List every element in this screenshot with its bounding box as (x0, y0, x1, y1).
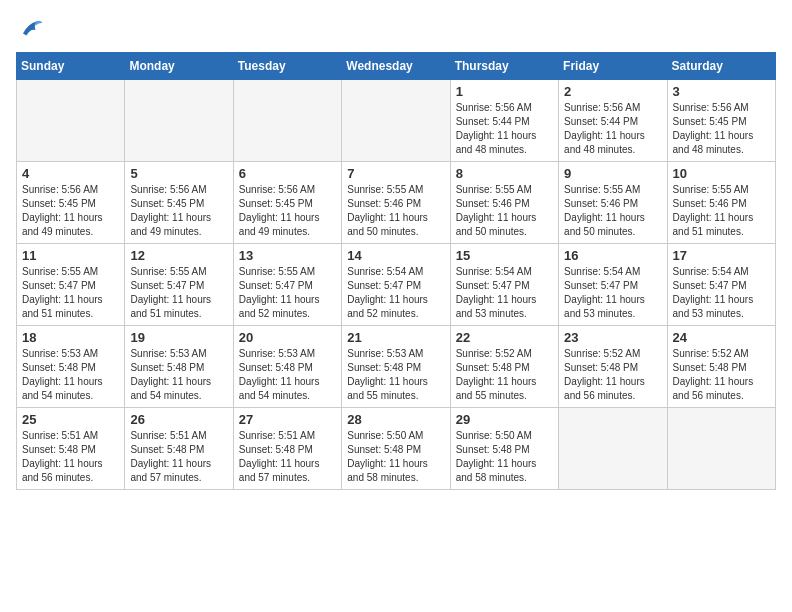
day-number: 16 (564, 248, 661, 263)
calendar-week-row: 4Sunrise: 5:56 AMSunset: 5:45 PMDaylight… (17, 162, 776, 244)
cell-info: Sunrise: 5:52 AMSunset: 5:48 PMDaylight:… (564, 347, 661, 403)
calendar-cell: 29Sunrise: 5:50 AMSunset: 5:48 PMDayligh… (450, 408, 558, 490)
day-of-week-header: Friday (559, 53, 667, 80)
calendar-cell: 23Sunrise: 5:52 AMSunset: 5:48 PMDayligh… (559, 326, 667, 408)
day-number: 28 (347, 412, 444, 427)
calendar-week-row: 25Sunrise: 5:51 AMSunset: 5:48 PMDayligh… (17, 408, 776, 490)
calendar-cell: 19Sunrise: 5:53 AMSunset: 5:48 PMDayligh… (125, 326, 233, 408)
cell-info: Sunrise: 5:54 AMSunset: 5:47 PMDaylight:… (347, 265, 444, 321)
cell-info: Sunrise: 5:56 AMSunset: 5:45 PMDaylight:… (673, 101, 770, 157)
calendar-cell: 10Sunrise: 5:55 AMSunset: 5:46 PMDayligh… (667, 162, 775, 244)
calendar-table: SundayMondayTuesdayWednesdayThursdayFrid… (16, 52, 776, 490)
day-number: 9 (564, 166, 661, 181)
day-number: 19 (130, 330, 227, 345)
calendar-cell: 17Sunrise: 5:54 AMSunset: 5:47 PMDayligh… (667, 244, 775, 326)
calendar-cell: 3Sunrise: 5:56 AMSunset: 5:45 PMDaylight… (667, 80, 775, 162)
calendar-cell: 15Sunrise: 5:54 AMSunset: 5:47 PMDayligh… (450, 244, 558, 326)
day-number: 17 (673, 248, 770, 263)
cell-info: Sunrise: 5:55 AMSunset: 5:46 PMDaylight:… (673, 183, 770, 239)
cell-info: Sunrise: 5:51 AMSunset: 5:48 PMDaylight:… (130, 429, 227, 485)
calendar-cell: 1Sunrise: 5:56 AMSunset: 5:44 PMDaylight… (450, 80, 558, 162)
day-number: 5 (130, 166, 227, 181)
calendar-cell: 27Sunrise: 5:51 AMSunset: 5:48 PMDayligh… (233, 408, 341, 490)
calendar-cell (233, 80, 341, 162)
calendar-cell: 4Sunrise: 5:56 AMSunset: 5:45 PMDaylight… (17, 162, 125, 244)
cell-info: Sunrise: 5:55 AMSunset: 5:47 PMDaylight:… (239, 265, 336, 321)
day-of-week-header: Sunday (17, 53, 125, 80)
day-number: 20 (239, 330, 336, 345)
logo (16, 16, 48, 44)
cell-info: Sunrise: 5:51 AMSunset: 5:48 PMDaylight:… (22, 429, 119, 485)
cell-info: Sunrise: 5:56 AMSunset: 5:44 PMDaylight:… (564, 101, 661, 157)
day-of-week-header: Wednesday (342, 53, 450, 80)
calendar-cell: 20Sunrise: 5:53 AMSunset: 5:48 PMDayligh… (233, 326, 341, 408)
day-number: 29 (456, 412, 553, 427)
calendar-cell (17, 80, 125, 162)
calendar-cell: 8Sunrise: 5:55 AMSunset: 5:46 PMDaylight… (450, 162, 558, 244)
cell-info: Sunrise: 5:50 AMSunset: 5:48 PMDaylight:… (456, 429, 553, 485)
calendar-cell: 7Sunrise: 5:55 AMSunset: 5:46 PMDaylight… (342, 162, 450, 244)
day-number: 23 (564, 330, 661, 345)
logo-bird-icon (16, 16, 44, 44)
day-number: 18 (22, 330, 119, 345)
day-number: 8 (456, 166, 553, 181)
cell-info: Sunrise: 5:55 AMSunset: 5:47 PMDaylight:… (130, 265, 227, 321)
calendar-cell: 28Sunrise: 5:50 AMSunset: 5:48 PMDayligh… (342, 408, 450, 490)
day-number: 2 (564, 84, 661, 99)
day-number: 10 (673, 166, 770, 181)
calendar-week-row: 1Sunrise: 5:56 AMSunset: 5:44 PMDaylight… (17, 80, 776, 162)
day-number: 24 (673, 330, 770, 345)
calendar-cell (667, 408, 775, 490)
day-of-week-header: Saturday (667, 53, 775, 80)
cell-info: Sunrise: 5:55 AMSunset: 5:46 PMDaylight:… (347, 183, 444, 239)
day-number: 14 (347, 248, 444, 263)
cell-info: Sunrise: 5:54 AMSunset: 5:47 PMDaylight:… (456, 265, 553, 321)
page-header (16, 16, 776, 44)
calendar-cell: 11Sunrise: 5:55 AMSunset: 5:47 PMDayligh… (17, 244, 125, 326)
day-number: 13 (239, 248, 336, 263)
day-number: 6 (239, 166, 336, 181)
calendar-cell: 9Sunrise: 5:55 AMSunset: 5:46 PMDaylight… (559, 162, 667, 244)
day-of-week-header: Thursday (450, 53, 558, 80)
cell-info: Sunrise: 5:55 AMSunset: 5:47 PMDaylight:… (22, 265, 119, 321)
day-number: 25 (22, 412, 119, 427)
cell-info: Sunrise: 5:56 AMSunset: 5:45 PMDaylight:… (239, 183, 336, 239)
calendar-cell (559, 408, 667, 490)
cell-info: Sunrise: 5:55 AMSunset: 5:46 PMDaylight:… (456, 183, 553, 239)
day-number: 27 (239, 412, 336, 427)
day-number: 22 (456, 330, 553, 345)
cell-info: Sunrise: 5:54 AMSunset: 5:47 PMDaylight:… (673, 265, 770, 321)
cell-info: Sunrise: 5:53 AMSunset: 5:48 PMDaylight:… (130, 347, 227, 403)
cell-info: Sunrise: 5:52 AMSunset: 5:48 PMDaylight:… (673, 347, 770, 403)
calendar-cell: 21Sunrise: 5:53 AMSunset: 5:48 PMDayligh… (342, 326, 450, 408)
calendar-cell: 6Sunrise: 5:56 AMSunset: 5:45 PMDaylight… (233, 162, 341, 244)
calendar-week-row: 18Sunrise: 5:53 AMSunset: 5:48 PMDayligh… (17, 326, 776, 408)
calendar-header-row: SundayMondayTuesdayWednesdayThursdayFrid… (17, 53, 776, 80)
calendar-cell (125, 80, 233, 162)
day-number: 1 (456, 84, 553, 99)
cell-info: Sunrise: 5:52 AMSunset: 5:48 PMDaylight:… (456, 347, 553, 403)
cell-info: Sunrise: 5:56 AMSunset: 5:45 PMDaylight:… (130, 183, 227, 239)
cell-info: Sunrise: 5:50 AMSunset: 5:48 PMDaylight:… (347, 429, 444, 485)
calendar-cell: 16Sunrise: 5:54 AMSunset: 5:47 PMDayligh… (559, 244, 667, 326)
cell-info: Sunrise: 5:55 AMSunset: 5:46 PMDaylight:… (564, 183, 661, 239)
calendar-cell (342, 80, 450, 162)
cell-info: Sunrise: 5:56 AMSunset: 5:45 PMDaylight:… (22, 183, 119, 239)
cell-info: Sunrise: 5:56 AMSunset: 5:44 PMDaylight:… (456, 101, 553, 157)
day-number: 11 (22, 248, 119, 263)
calendar-cell: 12Sunrise: 5:55 AMSunset: 5:47 PMDayligh… (125, 244, 233, 326)
calendar-cell: 14Sunrise: 5:54 AMSunset: 5:47 PMDayligh… (342, 244, 450, 326)
calendar-cell: 18Sunrise: 5:53 AMSunset: 5:48 PMDayligh… (17, 326, 125, 408)
day-number: 3 (673, 84, 770, 99)
cell-info: Sunrise: 5:53 AMSunset: 5:48 PMDaylight:… (22, 347, 119, 403)
calendar-cell: 5Sunrise: 5:56 AMSunset: 5:45 PMDaylight… (125, 162, 233, 244)
day-number: 15 (456, 248, 553, 263)
calendar-cell: 24Sunrise: 5:52 AMSunset: 5:48 PMDayligh… (667, 326, 775, 408)
calendar-cell: 13Sunrise: 5:55 AMSunset: 5:47 PMDayligh… (233, 244, 341, 326)
cell-info: Sunrise: 5:53 AMSunset: 5:48 PMDaylight:… (347, 347, 444, 403)
calendar-cell: 25Sunrise: 5:51 AMSunset: 5:48 PMDayligh… (17, 408, 125, 490)
day-number: 4 (22, 166, 119, 181)
cell-info: Sunrise: 5:51 AMSunset: 5:48 PMDaylight:… (239, 429, 336, 485)
calendar-cell: 26Sunrise: 5:51 AMSunset: 5:48 PMDayligh… (125, 408, 233, 490)
day-number: 21 (347, 330, 444, 345)
